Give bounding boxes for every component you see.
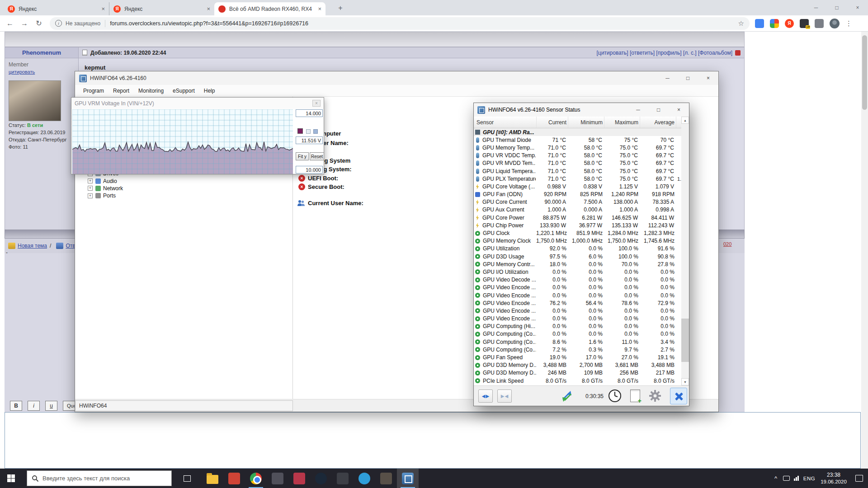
date-fragment-link[interactable]: 020 — [723, 241, 731, 247]
sensor-row[interactable]: GPU Memory Clock 1,750.0 MHz 1,000.0 MHz… — [474, 237, 681, 245]
browser-menu-icon[interactable]: ⋮ — [845, 19, 851, 28]
expand-icon[interactable]: + — [88, 193, 93, 198]
editor-button[interactable]: B — [10, 401, 22, 411]
steam-icon[interactable] — [310, 469, 332, 488]
sensor-row[interactable]: GPU D3D Usage 97.5 % 6.0 % 100.0 % 90.8 … — [474, 253, 681, 260]
editor-button[interactable]: u — [45, 401, 57, 411]
media-player-icon[interactable] — [288, 469, 310, 488]
file-explorer-icon[interactable] — [202, 469, 223, 488]
menu-item[interactable]: Monitoring — [134, 88, 168, 94]
sensor-row[interactable]: GPU Video Encode ... 0.0 % 0.0 % 0.0 % 0… — [474, 307, 681, 314]
tab-close-icon[interactable]: × — [318, 5, 321, 12]
browser-tab[interactable]: Я Яндекс × — [109, 2, 214, 15]
chrome-icon[interactable] — [245, 469, 267, 488]
reset-button[interactable]: Reset — [310, 152, 324, 160]
extension-icon[interactable] — [770, 19, 779, 28]
new-tab-button[interactable]: + — [335, 3, 345, 13]
scroll-up-icon[interactable]: ▲ — [681, 117, 689, 124]
browser-maximize-button[interactable]: □ — [826, 0, 847, 15]
column-header[interactable]: Maximum — [604, 117, 640, 128]
graph-close-icon[interactable]: × — [312, 100, 321, 107]
scroll-down-icon[interactable]: ▼ — [681, 378, 689, 385]
browser-minimize-button[interactable]: ─ — [806, 0, 826, 15]
sensor-row[interactable]: GPU [#0]: AMD Ra... — [474, 128, 681, 136]
tab-close-icon[interactable]: × — [101, 5, 105, 12]
tree-item[interactable]: + Network — [88, 185, 123, 192]
sensor-row[interactable]: GPU Memory Contr... 18.0 % 0.0 % 70.0 % … — [474, 260, 681, 268]
extension-icon[interactable] — [755, 19, 764, 28]
graph-color-swatch[interactable] — [313, 129, 318, 134]
sensor-row[interactable]: PCIe Link Speed 8.0 GT/s 8.0 GT/s 8.0 GT… — [474, 377, 681, 385]
sensor-row[interactable]: GPU Video Decode ... 0.0 % 0.0 % 0.0 % 0… — [474, 276, 681, 284]
url-field[interactable]: i Не защищено forums.overclockers.ru/vie… — [50, 17, 750, 30]
reload-icon[interactable]: ↻ — [32, 19, 46, 28]
search-input[interactable] — [42, 475, 165, 482]
new-topic-link[interactable]: Новая тема — [18, 243, 47, 249]
sensor-row[interactable]: GPU D3D Memory D... 3,488 MB 2,700 MB 3,… — [474, 361, 681, 369]
sensor-row[interactable]: GPU Computing (Co... 7.2 % 0.3 % 9.7 % 2… — [474, 346, 681, 353]
scale-max-field[interactable]: 14.000 — [296, 109, 323, 117]
close-sensors-button[interactable] — [670, 388, 687, 404]
sensor-row[interactable]: GPU Video Encode ... 0.0 % 0.0 % 0.0 % 0… — [474, 284, 681, 291]
expand-icon[interactable]: + — [88, 186, 93, 191]
menu-item[interactable]: eSupport — [168, 88, 199, 94]
tray-device-icon[interactable] — [781, 476, 791, 481]
editor-button[interactable]: i — [28, 401, 40, 411]
sensor-row[interactable]: GPU Chip Power 133.930 W 36.977 W 135.13… — [474, 221, 681, 229]
sensor-row[interactable]: GPU Core Current 90.000 A 7.500 A 138.00… — [474, 198, 681, 206]
tree-item[interactable]: + Audio — [88, 177, 123, 184]
tray-clock[interactable]: 23:38 19.06.2020 — [817, 472, 850, 485]
sensor-row[interactable]: GPU Video Encode ... 0.0 % 0.0 % 0.0 % 0… — [474, 291, 681, 299]
sensor-row[interactable]: GPU Computing (Hi... 0.0 % 0.0 % 0.0 % 0… — [474, 323, 681, 330]
column-header[interactable]: Current — [537, 117, 568, 128]
red-app-icon[interactable] — [223, 469, 245, 488]
move-columns-dim-button[interactable]: ▶ ◀ — [497, 389, 512, 403]
task-view-button[interactable] — [177, 469, 197, 488]
sensor-row[interactable]: GPU VR MVDD Tem... 71.0 °C 58.0 °C 75.0 … — [474, 160, 681, 167]
post-action-links[interactable]: [цитировать] [ответить] [профиль] [л. с.… — [596, 50, 732, 56]
sensor-row[interactable]: GPU Video Encode ... 76.2 % 56.4 % 78.6 … — [474, 299, 681, 307]
sensor-row[interactable]: GPU Aux Current 1.000 A 0.000 A 1.000 A … — [474, 206, 681, 214]
post-author-link[interactable]: Phenomenum — [5, 47, 79, 58]
forward-icon[interactable]: → — [17, 19, 32, 28]
column-header[interactable]: Sensor — [474, 117, 537, 128]
expand-icon[interactable]: + — [88, 178, 93, 183]
sensor-row[interactable]: GPU I/O Utilization 0.0 % 0.0 % 0.0 % 0.… — [474, 268, 681, 276]
sensor-row[interactable]: GPU PLX Temperature 71.0 °C 58.0 °C 75.0… — [474, 175, 681, 183]
sensor-row[interactable]: GPU D3D Memory D... 246 MB 109 MB 256 MB… — [474, 369, 681, 377]
gray-app-icon[interactable] — [332, 469, 354, 488]
sensor-close-button[interactable]: × — [669, 103, 689, 117]
back-icon[interactable]: ← — [3, 19, 17, 28]
utility-app-icon[interactable] — [375, 469, 397, 488]
language-indicator[interactable]: ENG — [801, 476, 817, 481]
sensor-row[interactable]: GPU Clock 1,220.1 MHz 851.9 MHz 1,284.0 … — [474, 229, 681, 237]
yandex-extension-icon[interactable]: Я — [785, 19, 794, 28]
quote-link[interactable]: цитировать — [9, 69, 78, 75]
page-scrollbar[interactable] — [861, 32, 868, 469]
extension-icon[interactable]: off — [800, 19, 809, 28]
sensor-row[interactable]: GPU VR VDDC Temp... 71.0 °C 58.0 °C 75.0… — [474, 152, 681, 160]
browser-close-button[interactable]: × — [847, 0, 868, 15]
close-button[interactable]: × — [698, 71, 718, 85]
browser-tab[interactable]: Я Яндекс × — [4, 2, 109, 15]
tray-network-icon[interactable] — [791, 476, 801, 481]
tray-chevron-icon[interactable]: ^ — [770, 475, 781, 482]
profile-avatar[interactable] — [830, 19, 840, 28]
reset-values-icon[interactable] — [560, 389, 574, 404]
report-icon[interactable] — [735, 50, 741, 56]
sensor-row[interactable]: GPU Fan Speed 19.0 % 17.0 % 27.0 % 19.1 … — [474, 353, 681, 361]
move-columns-button[interactable]: ◀ ▶ — [478, 389, 493, 403]
extensions-puzzle-icon[interactable] — [815, 19, 824, 28]
reply-textarea[interactable] — [5, 412, 861, 469]
sensor-row[interactable]: GPU Fan (ODN) 920 RPM 825 RPM 1,240 RPM … — [474, 191, 681, 198]
sensor-minimize-button[interactable]: ─ — [628, 103, 648, 117]
bookmark-star-icon[interactable]: ☆ — [738, 19, 744, 28]
site-info-icon[interactable]: i — [55, 20, 62, 27]
tree-item[interactable]: + Ports — [88, 192, 123, 199]
column-header[interactable]: Minimum — [568, 117, 604, 128]
sensor-scrollbar-thumb[interactable] — [681, 319, 689, 362]
fit-y-button[interactable]: Fit y — [296, 152, 309, 160]
column-header[interactable]: Average — [640, 117, 676, 128]
main-window-title-bar[interactable]: HWiNFO64 v6.26-4160 ─ □ × — [75, 71, 718, 85]
sensor-maximize-button[interactable]: □ — [648, 103, 669, 117]
